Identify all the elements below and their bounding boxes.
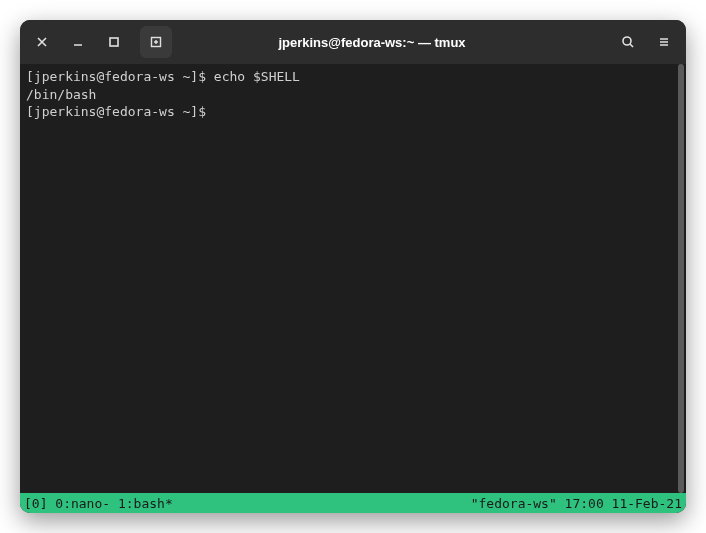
close-icon bbox=[35, 35, 49, 49]
window-title: jperkins@fedora-ws:~ — tmux bbox=[176, 35, 608, 50]
terminal-line: [jperkins@fedora-ws ~]$ bbox=[26, 103, 680, 121]
titlebar: jperkins@fedora-ws:~ — tmux bbox=[20, 20, 686, 64]
svg-rect-0 bbox=[110, 38, 118, 46]
terminal-line: /bin/bash bbox=[26, 86, 680, 104]
tmux-status-left: [0] 0:nano- 1:bash* bbox=[24, 496, 173, 511]
terminal-line: [jperkins@fedora-ws ~]$ echo $SHELL bbox=[26, 68, 680, 86]
menu-icon bbox=[657, 35, 671, 49]
terminal-body[interactable]: [jperkins@fedora-ws ~]$ echo $SHELL /bin… bbox=[20, 64, 686, 493]
tmux-status-right: "fedora-ws" 17:00 11-Feb-21 bbox=[471, 496, 682, 511]
maximize-icon bbox=[107, 35, 121, 49]
search-button[interactable] bbox=[612, 26, 644, 58]
newtab-icon bbox=[149, 35, 163, 49]
menu-button[interactable] bbox=[648, 26, 680, 58]
minimize-button[interactable] bbox=[62, 26, 94, 58]
svg-point-2 bbox=[623, 37, 631, 45]
terminal-window: jperkins@fedora-ws:~ — tmux [jperkins@fe… bbox=[20, 20, 686, 513]
search-icon bbox=[621, 35, 635, 49]
minimize-icon bbox=[71, 35, 85, 49]
tmux-status-bar: [0] 0:nano- 1:bash* "fedora-ws" 17:00 11… bbox=[20, 493, 686, 513]
scrollbar-thumb[interactable] bbox=[678, 64, 684, 493]
scrollbar[interactable] bbox=[676, 64, 686, 493]
new-tab-button[interactable] bbox=[140, 26, 172, 58]
close-button[interactable] bbox=[26, 26, 58, 58]
maximize-button[interactable] bbox=[98, 26, 130, 58]
